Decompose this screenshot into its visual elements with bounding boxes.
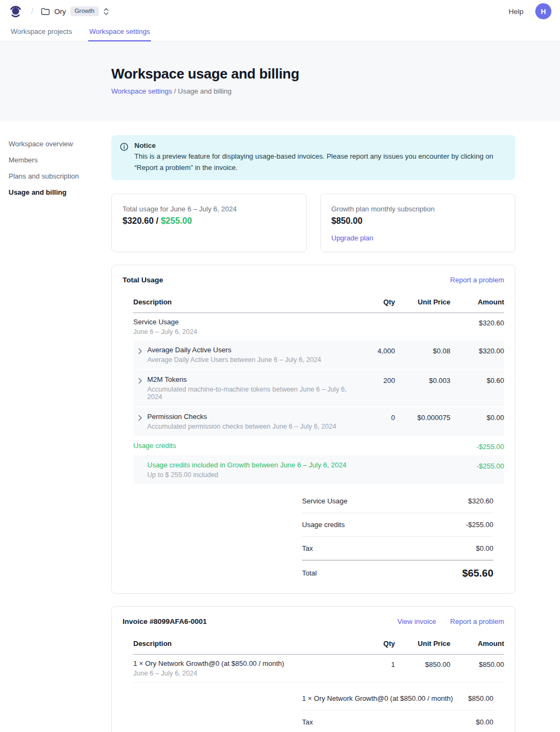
plan-label: Growth plan monthly subscription [332,205,505,213]
help-link[interactable]: Help [508,8,523,16]
tab-workspace-projects[interactable]: Workspace projects [10,23,73,41]
sidebar-item-usage-and-billing[interactable]: Usage and billing [9,186,98,199]
invoice-panel-head: Invoice #8099AFA6-0001 View invoice Repo… [123,617,504,626]
table-row-usage-credits: Usage credits -$255.00 [133,437,504,456]
workspace-selector[interactable]: Ory Growth [41,6,109,16]
usage-table: Description Qty Unit Price Amount Servic… [133,292,504,485]
workspace-name: Ory [54,8,66,16]
col-description: Description [133,639,353,648]
table-row-permission-checks: Permission Checks Accumulated permission… [133,407,504,437]
total-usage-panel: Total Usage Report a problem Description… [111,265,515,594]
expand-chevron-icon[interactable] [133,375,147,401]
table-row-daily-active-users: Average Daily Active Users Average Daily… [133,340,504,370]
col-qty: Qty [357,298,395,306]
table-row-m2m-tokens: M2M Tokens Accumulated machine-to-machin… [133,370,504,407]
invoice-line-item: 1 × Ory Network Growth@0 (at $850.00 / m… [133,655,504,683]
page-header: Workspace usage and billing Workspace se… [0,41,560,122]
breadcrumb-parent-link[interactable]: Workspace settings [111,87,172,95]
stat-cards: Total usage for June 6 – July 6, 2024 $3… [111,194,515,252]
usage-panel-head: Total Usage Report a problem [123,276,504,284]
sidebar-item-members[interactable]: Members [9,153,98,167]
col-amount: Amount [455,639,504,648]
content-column: Notice This is a preview feature for dis… [111,135,515,732]
notice-text: Notice This is a preview feature for dis… [134,141,505,174]
sidebar-item-plans-and-subscription[interactable]: Plans and subscription [9,169,98,183]
topbar: / Ory Growth Help H [0,0,560,23]
breadcrumb-separator: / [174,87,176,95]
tab-workspace-settings[interactable]: Workspace settings [88,23,151,41]
summary-row-tax: Tax $0.00 [302,537,493,560]
usage-panel-title: Total Usage [123,276,163,284]
plan-card: Growth plan monthly subscription $850.00… [320,194,516,252]
plan-value: $850.00 [332,216,505,226]
info-icon [120,143,128,174]
usage-table-header: Description Qty Unit Price Amount [133,292,504,313]
breadcrumb-separator: / [31,7,33,16]
invoice-panel: Invoice #8099AFA6-0001 View invoice Repo… [111,606,515,732]
summary-row-plan: 1 × Ory Network Growth@0 (at $850.00 / m… [302,687,493,710]
report-problem-link[interactable]: Report a problem [450,617,504,626]
settings-sidebar: Workspace overview Members Plans and sub… [0,135,111,732]
breadcrumb: Workspace settings / Usage and billing [111,87,560,95]
notice-banner: Notice This is a preview feature for dis… [111,135,515,180]
expand-chevron-icon[interactable] [133,413,147,430]
total-usage-card: Total usage for June 6 – July 6, 2024 $3… [111,194,307,252]
report-problem-link[interactable]: Report a problem [450,276,504,284]
summary-row-tax: Tax $0.00 [302,710,493,732]
workspace-plan-badge: Growth [70,6,99,16]
col-qty: Qty [357,639,395,648]
breadcrumb-current: Usage and billing [178,87,232,95]
invoice-title: Invoice #8099AFA6-0001 [123,617,207,626]
notice-title: Notice [134,141,505,150]
ory-logo-icon[interactable] [9,4,23,18]
main-area: Workspace overview Members Plans and sub… [0,122,560,732]
notice-body: This is a preview feature for displaying… [134,151,505,174]
table-row-usage-credits-included: Usage credits included in Growth between… [133,456,504,485]
usage-summary: Service Usage $320.60 Usage credits -$25… [302,489,493,580]
invoice-summary: 1 × Ory Network Growth@0 (at $850.00 / m… [302,687,493,732]
top-nav: / Ory Growth Help H Workspace projects W… [0,0,560,41]
col-unit-price: Unit Price [399,298,450,306]
selector-caret-icon [103,8,109,16]
invoice-table-header: Description Qty Unit Price Amount [133,633,504,655]
view-invoice-link[interactable]: View invoice [398,617,436,626]
page-title: Workspace usage and billing [111,65,560,82]
expand-chevron-icon[interactable] [133,346,147,364]
topbar-right: Help H [508,3,551,19]
summary-row-usage-credits: Usage credits -$255.00 [302,513,493,537]
usage-credit-value: $255.00 [161,216,192,225]
sidebar-item-workspace-overview[interactable]: Workspace overview [9,137,98,151]
workspace-tabs: Workspace projects Workspace settings [0,23,560,41]
col-unit-price: Unit Price [399,639,450,648]
folder-icon [41,8,50,16]
summary-row-service-usage: Service Usage $320.60 [302,489,493,513]
col-amount: Amount [455,298,504,306]
table-row-service-usage: Service Usage June 6 – July 6, 2024 $320… [133,313,504,340]
total-usage-label: Total usage for June 6 – July 6, 2024 [123,205,296,213]
summary-row-total: Total $65.60 [302,560,493,580]
user-avatar[interactable]: H [535,3,551,19]
invoice-table: Description Qty Unit Price Amount 1 × Or… [133,633,504,683]
upgrade-plan-link[interactable]: Upgrade plan [332,234,374,242]
col-description: Description [133,298,353,306]
total-usage-value: $320.60 / $255.00 [123,216,296,226]
